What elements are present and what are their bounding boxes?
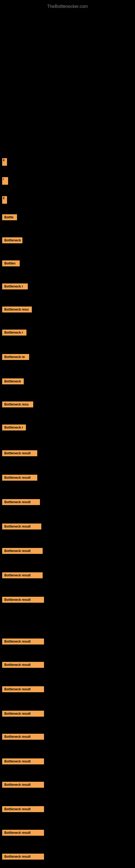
result-item: Bottleneck result [2, 450, 37, 456]
result-label[interactable]: Bottleneck result [2, 639, 44, 645]
result-label[interactable]: Bottleneck result [2, 475, 37, 480]
result-item: Bottleneck r [2, 425, 26, 431]
result-label[interactable]: Bottleneck r [2, 283, 28, 289]
result-label[interactable]: Bottleneck result [2, 548, 43, 554]
result-item: Bottleneck result [2, 572, 43, 578]
result-label[interactable]: Bottleneck result [2, 711, 44, 717]
result-item: Bottleneck r [2, 283, 28, 289]
result-label[interactable]: Bottleneck result [2, 662, 44, 668]
result-label[interactable]: Bottleneck r [2, 425, 26, 431]
result-label[interactable]: Bottleneck result [2, 450, 37, 456]
result-label[interactable]: Bottleneck resu [2, 307, 32, 312]
result-label[interactable]: I [2, 177, 8, 185]
result-item: Bottleneck result [2, 639, 44, 645]
result-label[interactable]: Bottleneck result [2, 782, 44, 788]
result-item: Bottleneck result [2, 499, 40, 505]
result-label[interactable]: Bottleneck result [2, 572, 43, 578]
result-label[interactable]: Bottlen [2, 260, 20, 267]
result-item: I [2, 176, 8, 185]
result-label[interactable]: Bottleneck result [2, 806, 44, 812]
result-label[interactable]: Bottleneck [2, 237, 22, 243]
result-item: Bottleneck result [2, 734, 44, 740]
result-item: Bottleneck result [2, 830, 44, 836]
result-label[interactable]: Bottleneck result [2, 499, 40, 505]
result-item: Bottleneck result [2, 758, 44, 764]
result-label[interactable]: Bottleneck result [2, 597, 44, 603]
result-label[interactable]: E [2, 196, 7, 204]
result-label[interactable]: Bottleneck r [2, 330, 27, 336]
result-item: Bottleneck result [2, 711, 44, 717]
result-item: Bottleneck result [2, 782, 44, 788]
result-item: Bottleneck r [2, 330, 27, 336]
result-item: Bottleneck resu [2, 307, 32, 312]
result-item: Bottleneck result [2, 548, 43, 554]
result-item: Bottleneck result [2, 475, 37, 480]
result-item: Bottleneck result [2, 854, 44, 860]
result-label[interactable]: Bottleneck result [2, 854, 44, 860]
result-item: Bottleneck re [2, 354, 29, 360]
result-item: Bottleneck [2, 378, 24, 384]
result-label[interactable]: Bottleneck result [2, 758, 44, 764]
result-label[interactable]: Bottleneck resu [2, 401, 33, 407]
result-label[interactable]: Bottleneck [2, 378, 24, 384]
result-label[interactable]: Bottleneck result [2, 686, 44, 692]
result-item: E [2, 157, 7, 166]
result-label[interactable]: Bottle [2, 214, 17, 220]
result-label[interactable]: Bottleneck result [2, 734, 44, 740]
result-label[interactable]: Bottleneck result [2, 524, 41, 529]
result-label[interactable]: Bottleneck re [2, 354, 29, 360]
result-item: E [2, 195, 7, 204]
result-item: Bottleneck result [2, 686, 44, 692]
result-item: Bottleneck result [2, 662, 44, 668]
result-item: Bottlen [2, 260, 20, 267]
result-item: Bottleneck resu [2, 401, 33, 407]
site-title: TheBottlenecker.com [0, 1, 135, 12]
result-label[interactable]: E [2, 158, 7, 166]
result-item: Bottle [2, 214, 17, 220]
result-item: Bottleneck result [2, 806, 44, 812]
result-item: Bottleneck result [2, 597, 44, 603]
result-item: Bottleneck result [2, 524, 41, 529]
result-label[interactable]: Bottleneck result [2, 830, 44, 836]
result-item: Bottleneck [2, 237, 22, 243]
